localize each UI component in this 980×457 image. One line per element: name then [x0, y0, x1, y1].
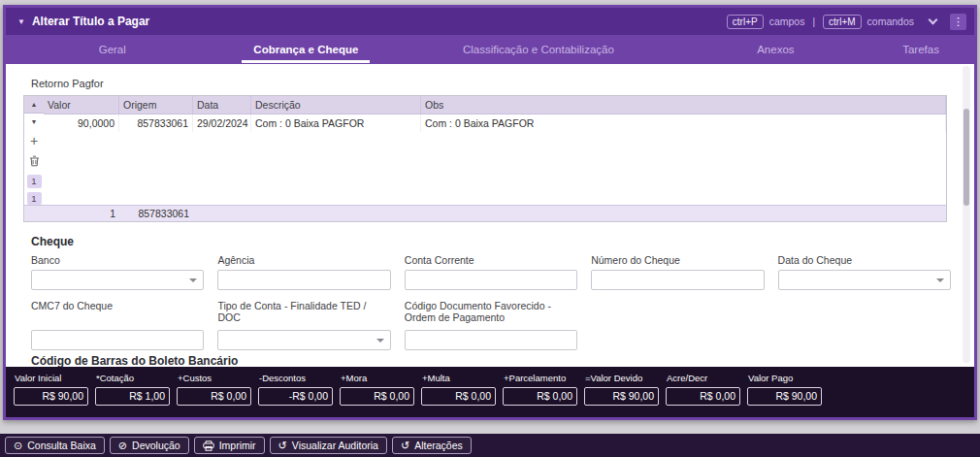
total-label: *Cotação — [96, 373, 170, 383]
column-header-obs[interactable]: Obs — [421, 96, 946, 114]
delete-row-button[interactable] — [29, 150, 40, 171]
banco-select[interactable] — [31, 270, 204, 290]
shortcut-separator: | — [812, 16, 815, 27]
numero-cheque-inputwrap — [591, 270, 764, 290]
data-cheque-select[interactable] — [778, 270, 951, 290]
tab-geral-label: Geral — [87, 36, 138, 63]
tab-cobranca-e-cheque[interactable]: Cobrança e Cheque — [219, 35, 394, 64]
total-label: -Descontos — [259, 373, 333, 383]
scrollbar-thumb[interactable] — [964, 109, 969, 206]
total-value: -R$ 0,00 — [258, 387, 333, 406]
tab-anexos[interactable]: Anexos — [684, 35, 868, 64]
tab-cobranca-label: Cobrança e Cheque — [242, 36, 370, 63]
banco-field: Banco — [31, 254, 204, 290]
tab-tarefas[interactable]: Tarefas — [867, 35, 974, 64]
alteracoes-label: Alterações — [414, 440, 463, 451]
summary-origem: 857833061 — [119, 206, 193, 221]
column-header-data[interactable]: Data — [193, 96, 251, 114]
visualizar-auditoria-button[interactable]: ↺ Visualizar Auditoria — [270, 437, 387, 454]
consulta-baixa-icon: ⊙ — [14, 441, 22, 451]
total-value: R$ 90,00 — [584, 387, 659, 406]
grid-gutter: ▲ ▼ + 1 1 — [24, 96, 44, 205]
total-label: +Mora — [341, 373, 414, 383]
alteracoes-button[interactable]: ↺ Alterações — [392, 437, 472, 454]
codigo-documento-label: Código Documento Favorecido - Ordem de P… — [405, 300, 577, 326]
cell-obs: Com : 0 Baixa PAGFOR — [421, 114, 946, 132]
codigo-documento-inputwrap — [405, 330, 577, 350]
content-area: Retorno Pagfor ▲ ▼ + 1 1 Valor Orig — [6, 64, 974, 367]
cmc7-inputwrap — [31, 330, 204, 350]
imprimir-button[interactable]: Imprimir — [194, 437, 265, 454]
conta-corrente-input[interactable] — [405, 270, 577, 290]
banco-input[interactable] — [31, 270, 204, 290]
numero-cheque-input[interactable] — [591, 270, 764, 290]
conta-corrente-inputwrap — [405, 270, 577, 290]
conta-corrente-field: Conta Corrente — [405, 254, 577, 290]
data-cheque-input[interactable] — [778, 270, 951, 290]
retorno-pagfor-grid: ▲ ▼ + 1 1 Valor Origem Data Descrição — [23, 95, 947, 222]
column-header-origem[interactable]: Origem — [119, 96, 193, 114]
cmc7-input[interactable] — [31, 330, 204, 350]
conta-corrente-label: Conta Corrente — [405, 254, 577, 266]
total-value: R$ 0,00 — [340, 387, 414, 406]
summary-gutter — [24, 206, 44, 221]
total-value: R$ 90,00 — [747, 387, 822, 406]
total-value: R$ 0,00 — [666, 387, 740, 406]
cheque-section-title: Cheque — [31, 235, 74, 248]
consulta-baixa-label: Consulta Baixa — [27, 440, 96, 451]
total-descontos: -Descontos -R$ 0,00 — [258, 373, 333, 417]
consulta-baixa-button[interactable]: ⊙ Consulta Baixa — [5, 437, 105, 454]
devolucao-icon: ⊘ — [118, 441, 127, 451]
grid-body: ▲ ▼ + 1 1 Valor Origem Data Descrição — [24, 96, 946, 205]
pager-button-second[interactable]: 1 — [27, 192, 42, 205]
tipo-conta-label: Tipo de Conta - Finalidade TED / DOC — [217, 300, 390, 326]
grid-table: Valor Origem Data Descrição Obs 90,0000 … — [44, 96, 946, 205]
total-cotacao: *Cotação R$ 1,00 — [95, 373, 170, 417]
agencia-input[interactable] — [217, 270, 390, 290]
total-valor-inicial: Valor Inicial R$ 90,00 — [14, 373, 88, 417]
banco-label: Banco — [31, 254, 204, 266]
total-label: Acre/Decr — [667, 373, 740, 383]
table-row[interactable]: 90,0000 857833061 29/02/2024 Com : 0 Bai… — [44, 114, 946, 132]
total-value: R$ 0,00 — [421, 387, 496, 406]
tipo-conta-input[interactable] — [217, 330, 390, 350]
tab-classificacao-e-contabilizacao[interactable]: Classificação e Contabilização — [393, 35, 683, 64]
column-header-valor[interactable]: Valor — [44, 96, 119, 114]
total-value: R$ 90,00 — [14, 387, 88, 406]
total-acre-decr: Acre/Decr R$ 0,00 — [666, 373, 740, 417]
cmc7-field: CMC7 do Cheque — [31, 300, 204, 350]
imprimir-label: Imprimir — [219, 440, 256, 451]
devolucao-button[interactable]: ⊘ Devolução — [110, 437, 189, 454]
codigo-documento-input[interactable] — [405, 330, 577, 350]
total-label: +Multa — [422, 373, 496, 383]
summary-count: 1 — [44, 206, 119, 221]
cell-valor: 90,0000 — [44, 114, 119, 132]
history-icon: ↺ — [278, 441, 287, 451]
collapse-caret-icon[interactable]: ▼ — [17, 17, 25, 26]
tipo-conta-select[interactable] — [217, 330, 390, 350]
cmc7-label: CMC7 do Cheque — [31, 300, 204, 326]
total-parcelamento: +Parcelamento R$ 0,00 — [503, 373, 577, 417]
numero-cheque-label: Número do Cheque — [591, 254, 764, 266]
tab-geral[interactable]: Geral — [6, 35, 219, 64]
pager-button-first[interactable]: 1 — [27, 175, 42, 187]
total-label: +Parcelamento — [504, 373, 577, 383]
tab-anexos-label: Anexos — [745, 36, 805, 63]
data-cheque-label: Data do Cheque — [778, 254, 951, 266]
chevron-down-icon[interactable] — [929, 16, 938, 25]
visualizar-auditoria-label: Visualizar Auditoria — [292, 440, 378, 451]
total-label: +Custos — [178, 373, 251, 383]
sort-asc-icon[interactable]: ▲ — [24, 96, 44, 114]
total-valor-pago: Valor Pago R$ 90,00 — [747, 373, 822, 417]
add-row-button[interactable]: + — [30, 130, 38, 150]
kebab-menu-icon[interactable]: ⋮ — [950, 14, 966, 30]
tab-classificacao-label: Classificação e Contabilização — [451, 36, 626, 63]
total-value: R$ 0,00 — [177, 387, 251, 406]
shortcut-campos-key: ctrl+P — [727, 15, 764, 29]
printer-icon — [203, 441, 214, 451]
alterar-titulo-window: ▼ Alterar Título a Pagar ctrl+P campos |… — [3, 5, 977, 420]
column-header-descricao[interactable]: Descrição — [251, 96, 421, 114]
footer-toolbar: ⊙ Consulta Baixa ⊘ Devolução Imprimir ↺ … — [0, 434, 980, 457]
row-indicator-icon: ▼ — [31, 114, 38, 130]
content-scrollbar[interactable] — [963, 66, 970, 363]
